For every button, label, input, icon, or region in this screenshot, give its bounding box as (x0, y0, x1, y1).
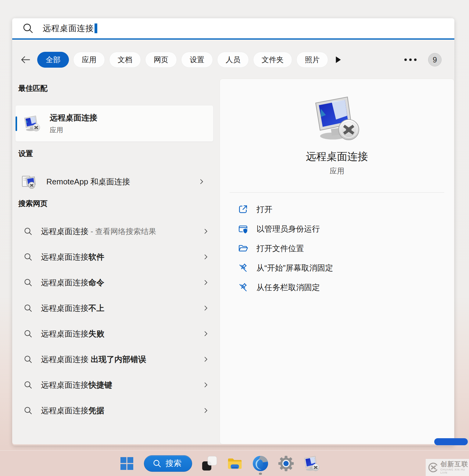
chevron-right-icon (202, 407, 209, 414)
web-search-header: 搜索网页 (18, 199, 48, 208)
back-button[interactable] (19, 53, 32, 66)
desktop: 远程桌面连接 全部 应用 文档 网页 设置 人员 文件夹 照片 (0, 0, 469, 476)
action-open-file-location[interactable]: 打开文件位置 (238, 242, 442, 255)
taskbar-search-label: 搜索 (166, 458, 181, 469)
chevron-right-icon (202, 228, 209, 235)
search-icon (23, 23, 34, 34)
selection-accent-bar (16, 116, 17, 131)
unpin-icon (238, 282, 248, 292)
rdp-app-icon (313, 96, 361, 140)
tab-all[interactable]: 全部 (37, 52, 69, 68)
web-suggestion-row[interactable]: 远程桌面连接 出现了内部错误 (18, 350, 213, 369)
search-suggestion-icon (24, 227, 32, 236)
action-run-as-admin[interactable]: 以管理员身份运行 (238, 222, 442, 236)
web-suggestion-row[interactable]: 远程桌面连接软件 (18, 247, 213, 266)
watermark: 创新互联 CHUANG XIN HU LIAN (426, 459, 469, 476)
remoteapp-icon (21, 174, 37, 189)
file-explorer-icon (227, 455, 243, 472)
web-suggestion-row[interactable]: 远程桌面连接快捷键 (18, 375, 213, 394)
search-suggestion-icon (24, 381, 32, 389)
watermark-subtitle: CHUANG XIN HU LIAN (440, 468, 469, 474)
tab-web[interactable]: 网页 (145, 52, 177, 68)
tab-documents[interactable]: 文档 (109, 52, 141, 68)
chevron-right-icon (202, 279, 209, 286)
context-actions: 打开 以管理员身份运行 (238, 203, 442, 300)
tab-folders[interactable]: 文件夹 (253, 52, 292, 68)
preview-subtitle: 应用 (220, 166, 454, 176)
overlapping-squares-icon (201, 455, 218, 472)
windows-logo-icon (120, 457, 133, 470)
search-icon (153, 459, 161, 468)
search-input[interactable]: 远程桌面连接 (43, 23, 94, 34)
start-button[interactable] (118, 455, 135, 472)
action-unpin-start[interactable]: 从“开始”屏幕取消固定 (238, 261, 442, 275)
web-suggestion-row[interactable]: 远程桌面连接命令 (18, 273, 213, 292)
open-folder-icon (238, 243, 248, 253)
search-flyout-window: 远程桌面连接 全部 应用 文档 网页 设置 人员 文件夹 照片 (12, 18, 454, 446)
divider (230, 192, 444, 193)
search-suggestion-icon (24, 355, 32, 364)
watermark-title: 创新互联 (440, 461, 469, 467)
background-window-edge (434, 438, 468, 445)
web-suggestions-list: 远程桌面连接 - 查看网络搜索结果 远程桌面连接软件 远程桌面连接命令 远程桌面… (18, 222, 213, 427)
web-suggestion-row[interactable]: 远程桌面连接不上 (18, 299, 213, 318)
rdp-app-icon (23, 115, 41, 132)
taskbar-search-button[interactable]: 搜索 (144, 455, 192, 472)
action-open[interactable]: 打开 (238, 203, 442, 216)
web-suggestion-row[interactable]: 远程桌面连接失败 (18, 324, 213, 343)
back-arrow-icon (20, 54, 31, 66)
chevron-right-icon (202, 356, 209, 363)
search-results-body: 全部 应用 文档 网页 设置 人员 文件夹 照片 9 (12, 40, 454, 444)
taskbar: 搜索 (0, 450, 469, 476)
filter-tabs-row: 全部 应用 文档 网页 设置 人员 文件夹 照片 9 (12, 51, 454, 69)
search-suggestion-icon (24, 278, 32, 287)
rdp-app-icon (303, 456, 320, 471)
edge-browser-icon (252, 455, 269, 472)
taskbar-rdp-app[interactable] (303, 455, 320, 472)
best-match-item[interactable]: 远程桌面连接 应用 (15, 105, 213, 142)
search-suggestion-icon (24, 329, 32, 338)
remoteapp-settings-item[interactable]: RemoteApp 和桌面连接 (15, 170, 213, 193)
taskbar-file-explorer[interactable] (226, 455, 243, 472)
chevron-right-icon (198, 178, 205, 185)
tab-settings[interactable]: 设置 (181, 52, 213, 68)
taskbar-edge-browser[interactable] (252, 455, 269, 472)
unpin-icon (238, 263, 248, 273)
taskbar-settings[interactable] (277, 455, 295, 472)
tab-photos[interactable]: 照片 (296, 52, 328, 68)
best-match-header: 最佳匹配 (18, 83, 48, 93)
running-app-indicator (259, 473, 262, 475)
web-suggestion-row[interactable]: 远程桌面连接 - 查看网络搜索结果 (18, 222, 213, 241)
notification-count-badge[interactable]: 9 (428, 53, 442, 66)
remoteapp-label: RemoteApp 和桌面连接 (46, 176, 130, 187)
chevron-right-icon (202, 305, 209, 311)
taskbar-app-contrast-squares[interactable] (201, 455, 218, 472)
best-match-title: 远程桌面连接 (50, 112, 97, 123)
play-arrow-icon (335, 56, 342, 64)
open-icon (238, 204, 248, 214)
admin-shield-icon (238, 224, 248, 234)
text-cursor (95, 23, 97, 33)
web-suggestion-row[interactable]: 远程桌面连接凭据 (18, 401, 213, 420)
tab-people[interactable]: 人员 (217, 52, 249, 68)
chevron-right-icon (202, 330, 209, 337)
best-match-subtitle: 应用 (50, 126, 97, 135)
preview-title: 远程桌面连接 (220, 150, 454, 164)
chevron-right-icon (202, 382, 209, 388)
preview-panel: 远程桌面连接 应用 打开 (220, 79, 454, 444)
more-options-icon[interactable] (404, 58, 417, 62)
chuangxin-logo-icon (428, 462, 438, 473)
tab-apps[interactable]: 应用 (73, 52, 105, 68)
settings-header: 设置 (18, 149, 33, 158)
search-bar[interactable]: 远程桌面连接 (12, 18, 454, 40)
search-suggestion-icon (24, 406, 32, 415)
tabs-overflow-button[interactable] (335, 56, 342, 64)
action-unpin-taskbar[interactable]: 从任务栏取消固定 (238, 281, 442, 294)
settings-gear-icon (278, 455, 294, 472)
search-suggestion-icon (24, 253, 32, 261)
chevron-right-icon (202, 254, 209, 260)
search-suggestion-icon (24, 304, 32, 312)
